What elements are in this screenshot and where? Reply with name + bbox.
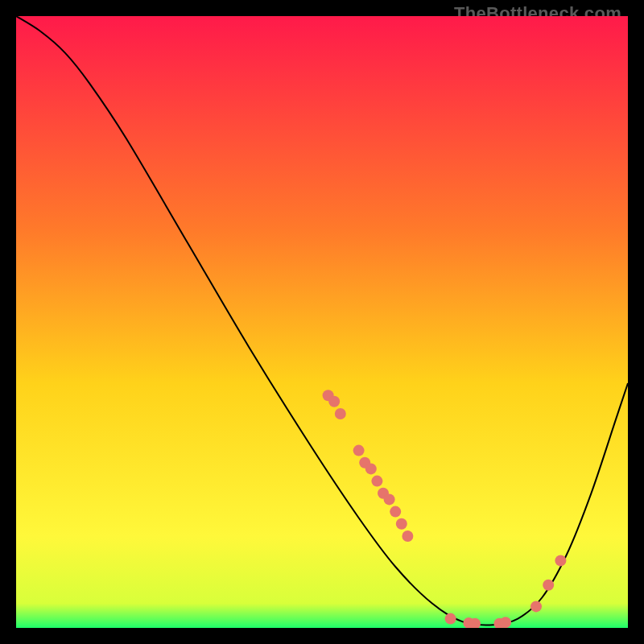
data-marker <box>555 555 566 566</box>
data-marker <box>390 506 401 518</box>
plot-area <box>16 16 628 628</box>
data-marker <box>396 518 407 530</box>
data-marker <box>530 601 542 612</box>
data-marker <box>365 463 377 474</box>
data-marker <box>384 493 395 505</box>
data-marker <box>402 530 413 542</box>
chart-container: TheBottleneck.com <box>0 0 644 644</box>
chart-svg <box>16 16 628 628</box>
data-marker <box>335 408 346 419</box>
data-marker <box>328 396 340 407</box>
data-marker <box>371 476 382 487</box>
data-marker <box>353 445 365 456</box>
chart-background <box>16 16 628 628</box>
data-marker <box>500 617 511 628</box>
data-marker <box>543 580 554 591</box>
data-marker <box>445 613 456 625</box>
